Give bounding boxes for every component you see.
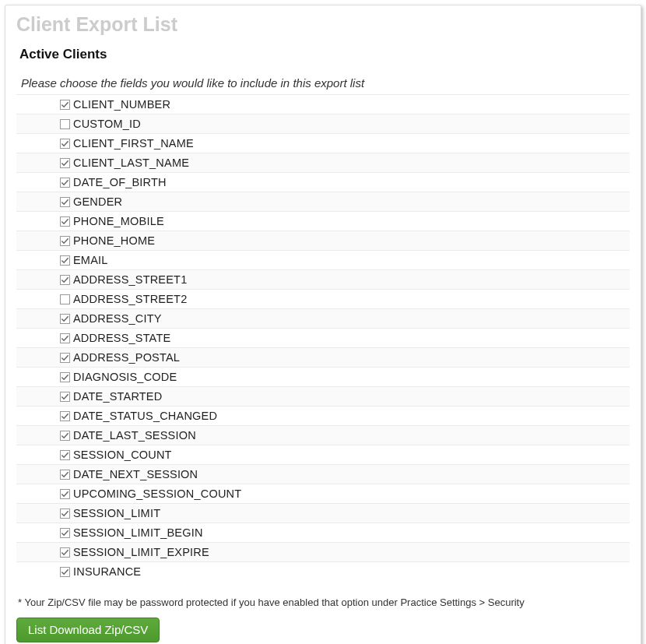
- field-label: DATE_OF_BIRTH: [73, 176, 167, 188]
- field-row: PHONE_MOBILE: [16, 211, 630, 231]
- field-row: DATE_NEXT_SESSION: [16, 464, 630, 484]
- field-row: ADDRESS_STREET2: [16, 289, 630, 308]
- field-row: CUSTOM_ID: [16, 114, 630, 133]
- field-checkbox[interactable]: [60, 392, 70, 402]
- field-label: PHONE_HOME: [73, 234, 155, 247]
- field-checkbox[interactable]: [60, 178, 70, 188]
- field-label: ADDRESS_STREET1: [73, 273, 187, 286]
- field-label: CLIENT_NUMBER: [73, 98, 170, 111]
- field-checkbox[interactable]: [60, 236, 70, 246]
- field-label: DATE_STATUS_CHANGED: [73, 410, 217, 422]
- field-checkbox[interactable]: [60, 275, 70, 285]
- field-label: ADDRESS_STREET2: [73, 293, 187, 305]
- field-row: UPCOMING_SESSION_COUNT: [16, 484, 630, 503]
- field-label: EMAIL: [73, 254, 108, 266]
- field-checkbox[interactable]: [60, 197, 70, 207]
- field-label: CUSTOM_ID: [73, 118, 141, 130]
- field-label: DATE_NEXT_SESSION: [73, 468, 198, 480]
- field-row: DATE_STATUS_CHANGED: [16, 406, 630, 425]
- footnote-text: * Your Zip/CSV file may be password prot…: [18, 596, 630, 608]
- field-row: CLIENT_FIRST_NAME: [16, 133, 630, 153]
- field-label: CLIENT_FIRST_NAME: [73, 137, 194, 150]
- field-list: CLIENT_NUMBERCUSTOM_IDCLIENT_FIRST_NAMEC…: [16, 94, 630, 581]
- field-checkbox[interactable]: [60, 431, 70, 441]
- field-row: DATE_OF_BIRTH: [16, 172, 630, 192]
- field-row: DATE_STARTED: [16, 386, 630, 406]
- field-checkbox[interactable]: [60, 333, 70, 343]
- field-label: SESSION_COUNT: [73, 449, 172, 461]
- field-checkbox[interactable]: [60, 158, 70, 168]
- field-label: SESSION_LIMIT: [73, 507, 160, 519]
- field-checkbox[interactable]: [60, 528, 70, 538]
- field-row: EMAIL: [16, 250, 630, 269]
- field-label: INSURANCE: [73, 565, 141, 578]
- field-label: CLIENT_LAST_NAME: [73, 157, 189, 169]
- field-label: GENDER: [73, 195, 122, 208]
- field-row: ADDRESS_CITY: [16, 308, 630, 328]
- field-checkbox[interactable]: [60, 547, 70, 558]
- field-label: PHONE_MOBILE: [73, 215, 164, 227]
- field-row: INSURANCE: [16, 561, 630, 581]
- field-checkbox[interactable]: [60, 470, 70, 480]
- field-label: DATE_LAST_SESSION: [73, 429, 196, 442]
- field-label: ADDRESS_CITY: [73, 312, 162, 325]
- field-label: UPCOMING_SESSION_COUNT: [73, 487, 241, 500]
- field-checkbox[interactable]: [60, 411, 70, 421]
- field-row: SESSION_LIMIT: [16, 503, 630, 523]
- field-row: DIAGNOSIS_CODE: [16, 367, 630, 386]
- field-row: ADDRESS_STREET1: [16, 269, 630, 289]
- field-checkbox[interactable]: [60, 450, 70, 460]
- field-label: DIAGNOSIS_CODE: [73, 371, 177, 383]
- field-checkbox[interactable]: [60, 216, 70, 227]
- field-row: SESSION_LIMIT_BEGIN: [16, 523, 630, 542]
- field-row: ADDRESS_STATE: [16, 328, 630, 347]
- field-row: GENDER: [16, 192, 630, 211]
- field-row: DATE_LAST_SESSION: [16, 425, 630, 445]
- field-row: SESSION_COUNT: [16, 445, 630, 464]
- field-checkbox[interactable]: [60, 255, 70, 266]
- field-label: SESSION_LIMIT_BEGIN: [73, 526, 203, 539]
- download-zip-csv-button[interactable]: List Download Zip/CSV: [16, 618, 160, 642]
- field-checkbox[interactable]: [60, 119, 70, 129]
- field-checkbox[interactable]: [60, 509, 70, 519]
- field-row: CLIENT_LAST_NAME: [16, 153, 630, 172]
- export-panel: Client Export List Active Clients Please…: [5, 5, 641, 644]
- field-label: DATE_STARTED: [73, 390, 162, 403]
- field-label: SESSION_LIMIT_EXPIRE: [73, 546, 209, 558]
- field-checkbox[interactable]: [60, 139, 70, 149]
- field-label: ADDRESS_POSTAL: [73, 351, 180, 364]
- page-title: Client Export List: [16, 13, 630, 36]
- field-checkbox[interactable]: [60, 314, 70, 324]
- field-label: ADDRESS_STATE: [73, 332, 170, 344]
- field-checkbox[interactable]: [60, 100, 70, 110]
- section-title: Active Clients: [19, 47, 630, 62]
- field-checkbox[interactable]: [60, 372, 70, 382]
- field-checkbox[interactable]: [60, 567, 70, 577]
- field-row: PHONE_HOME: [16, 231, 630, 250]
- field-checkbox[interactable]: [60, 489, 70, 499]
- field-row: ADDRESS_POSTAL: [16, 347, 630, 367]
- field-checkbox[interactable]: [60, 294, 70, 304]
- field-checkbox[interactable]: [60, 353, 70, 363]
- instruction-text: Please choose the fields you would like …: [21, 76, 630, 90]
- field-row: CLIENT_NUMBER: [16, 94, 630, 114]
- field-row: SESSION_LIMIT_EXPIRE: [16, 542, 630, 561]
